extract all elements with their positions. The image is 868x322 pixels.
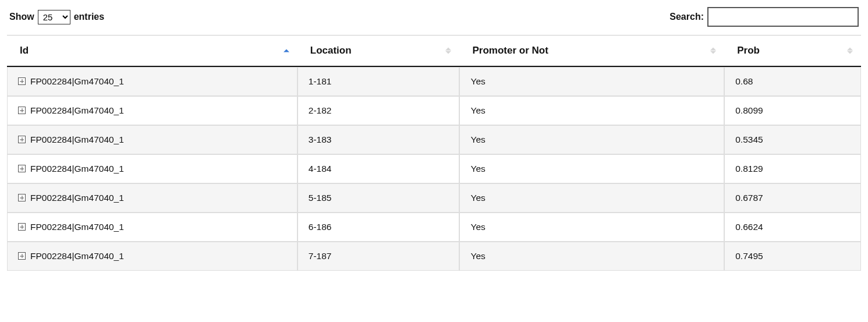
cell-location: 3-183 — [297, 125, 460, 154]
cell-promoter: Yes — [459, 183, 724, 213]
column-header-location[interactable]: Location — [297, 35, 460, 67]
cell-promoter: Yes — [459, 125, 724, 154]
search-group: Search: — [669, 7, 859, 27]
length-suffix: entries — [74, 12, 104, 22]
table-row: FP002284|Gm47040_12-182Yes0.8099 — [7, 96, 861, 125]
length-prefix: Show — [9, 12, 34, 22]
sort-icon — [847, 48, 853, 54]
cell-prob: 0.7495 — [724, 242, 861, 271]
cell-id: FP002284|Gm47040_1 — [7, 242, 297, 271]
sort-icon — [710, 48, 716, 54]
id-text: FP002284|Gm47040_1 — [30, 193, 124, 203]
cell-promoter: Yes — [459, 154, 724, 183]
cell-prob: 0.68 — [724, 67, 861, 96]
id-text: FP002284|Gm47040_1 — [30, 251, 124, 261]
sort-icon — [284, 49, 289, 52]
cell-prob: 0.6624 — [724, 213, 861, 242]
length-menu: Show 102550100 entries — [9, 10, 104, 24]
id-text: FP002284|Gm47040_1 — [30, 105, 124, 115]
cell-location: 4-184 — [297, 154, 460, 183]
cell-id: FP002284|Gm47040_1 — [7, 183, 297, 213]
expand-icon[interactable] — [18, 252, 26, 260]
cell-id: FP002284|Gm47040_1 — [7, 213, 297, 242]
cell-id: FP002284|Gm47040_1 — [7, 154, 297, 183]
expand-icon[interactable] — [18, 165, 26, 172]
cell-location: 2-182 — [297, 96, 460, 125]
column-label: Location — [310, 45, 352, 56]
column-header-prob[interactable]: Prob — [724, 35, 861, 67]
expand-icon[interactable] — [18, 136, 26, 143]
table-row: FP002284|Gm47040_14-184Yes0.8129 — [7, 154, 861, 183]
cell-location: 1-181 — [297, 67, 460, 96]
column-label: Promoter or Not — [472, 45, 548, 56]
expand-icon[interactable] — [18, 77, 26, 85]
id-text: FP002284|Gm47040_1 — [30, 135, 124, 144]
id-text: FP002284|Gm47040_1 — [30, 164, 124, 174]
search-label: Search: — [669, 12, 704, 22]
cell-location: 7-187 — [297, 242, 460, 271]
cell-prob: 0.6787 — [724, 183, 861, 213]
table-header-row: IdLocationPromoter or NotProb — [7, 35, 861, 67]
table-row: FP002284|Gm47040_11-181Yes0.68 — [7, 67, 861, 96]
table-row: FP002284|Gm47040_17-187Yes0.7495 — [7, 242, 861, 271]
id-text: FP002284|Gm47040_1 — [30, 76, 124, 86]
expand-icon[interactable] — [18, 107, 26, 114]
cell-id: FP002284|Gm47040_1 — [7, 125, 297, 154]
expand-icon[interactable] — [18, 223, 26, 231]
cell-id: FP002284|Gm47040_1 — [7, 96, 297, 125]
cell-prob: 0.8099 — [724, 96, 861, 125]
expand-icon[interactable] — [18, 194, 26, 201]
cell-promoter: Yes — [459, 213, 724, 242]
cell-id: FP002284|Gm47040_1 — [7, 67, 297, 96]
cell-location: 5-185 — [297, 183, 460, 213]
column-label: Prob — [737, 45, 760, 56]
search-input[interactable] — [707, 7, 859, 27]
sort-icon — [445, 48, 451, 54]
data-table: IdLocationPromoter or NotProb FP002284|G… — [7, 35, 861, 271]
cell-promoter: Yes — [459, 242, 724, 271]
table-row: FP002284|Gm47040_15-185Yes0.6787 — [7, 183, 861, 213]
cell-prob: 0.8129 — [724, 154, 861, 183]
cell-location: 6-186 — [297, 213, 460, 242]
cell-prob: 0.5345 — [724, 125, 861, 154]
table-row: FP002284|Gm47040_13-183Yes0.5345 — [7, 125, 861, 154]
column-header-promoter[interactable]: Promoter or Not — [459, 35, 724, 67]
id-text: FP002284|Gm47040_1 — [30, 222, 124, 232]
cell-promoter: Yes — [459, 67, 724, 96]
table-controls: Show 102550100 entries Search: — [7, 7, 861, 27]
column-label: Id — [20, 45, 29, 56]
column-header-id[interactable]: Id — [7, 35, 297, 67]
length-select[interactable]: 102550100 — [38, 10, 70, 24]
cell-promoter: Yes — [459, 96, 724, 125]
table-row: FP002284|Gm47040_16-186Yes0.6624 — [7, 213, 861, 242]
